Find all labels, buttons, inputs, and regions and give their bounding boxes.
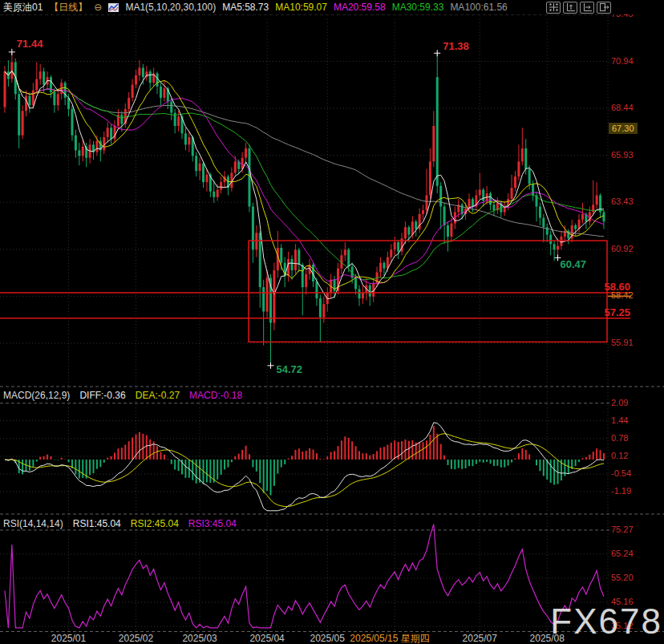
drawn-line-price-label: 58.60 bbox=[561, 281, 630, 293]
macd-axis-tick: 2.09 bbox=[611, 398, 628, 407]
ma30-readout: MA30:59.33 bbox=[392, 2, 444, 13]
rsi3-readout: RSI3:45.04 bbox=[188, 518, 237, 529]
ma100-readout: MA100:61.56 bbox=[450, 2, 507, 13]
svg-text:71.38: 71.38 bbox=[443, 40, 469, 52]
ma10-readout: MA10:59.07 bbox=[275, 2, 327, 13]
move-icon[interactable] bbox=[546, 2, 561, 14]
price-axis-tick: 63.43 bbox=[611, 196, 634, 206]
svg-text:54.72: 54.72 bbox=[277, 363, 303, 375]
macd-axis-tick: -1.19 bbox=[611, 486, 631, 496]
price-axis-tick: 70.94 bbox=[611, 56, 634, 66]
date-axis-tick: 2025/04 bbox=[239, 633, 295, 644]
ma20-readout: MA20:59.58 bbox=[334, 2, 386, 13]
macd-macd-readout: MACD:-0.18 bbox=[189, 390, 242, 401]
rsi-axis-tick: 55.20 bbox=[611, 573, 634, 582]
price-axis-tick: 55.91 bbox=[611, 338, 634, 347]
ma-settings-label: MA1(5,10,20,30,100) bbox=[125, 2, 216, 13]
symbol-title: 美原油01 bbox=[3, 1, 43, 14]
date-axis-tick: 2025/03 bbox=[172, 633, 228, 644]
macd-axis-tick: -0.54 bbox=[611, 468, 631, 478]
crosshair-date-label: 2025/05/15 星期四 bbox=[348, 632, 431, 644]
macd-header: MACD(26,12,9) DIFF:-0.36 DEA:-0.27 MACD:… bbox=[3, 390, 242, 401]
chart-header: 美原油01 【日线】 ⊖ MA1(5,10,20,30,100) MA5:58.… bbox=[0, 0, 664, 14]
date-axis-tick: 2025/01 bbox=[41, 633, 97, 644]
svg-text:60.47: 60.47 bbox=[561, 258, 587, 270]
date-axis-tick: 2025/07 bbox=[451, 633, 508, 644]
svg-text:71.44: 71.44 bbox=[17, 38, 43, 50]
crosshair-price-label: 67.30 bbox=[609, 123, 638, 134]
price-axis-tick: 65.93 bbox=[611, 150, 634, 160]
period-selector[interactable]: 【日线】 bbox=[49, 1, 87, 14]
price-axis-tick: 60.92 bbox=[611, 244, 634, 253]
macd-axis-tick: 0.12 bbox=[611, 451, 628, 460]
rsi1-readout: RSI1:45.04 bbox=[73, 518, 121, 529]
rsi-params-label: RSI(14,14,14) bbox=[3, 518, 63, 529]
watermark: FX678 bbox=[550, 604, 662, 639]
rsi2-readout: RSI2:45.04 bbox=[131, 518, 179, 529]
chart-window: 71.4471.3860.4754.72 美原油01 【日线】 ⊖ MA1(5,… bbox=[0, 0, 664, 644]
chart-canvas[interactable]: 71.4471.3860.4754.72 bbox=[0, 0, 664, 644]
drawn-line-price-label: 57.25 bbox=[561, 306, 630, 318]
macd-diff-readout: DIFF:-0.36 bbox=[79, 390, 125, 401]
mini-chart-icon bbox=[108, 3, 119, 12]
rsi-axis-tick: 75.27 bbox=[611, 525, 634, 534]
circle-minus-icon[interactable]: ⊖ bbox=[94, 2, 102, 12]
scale-bottom-axis-icon[interactable] bbox=[580, 2, 594, 14]
ma5-readout: MA5:58.73 bbox=[222, 2, 269, 13]
chart-toolbar bbox=[546, 2, 664, 14]
pan-right-icon[interactable] bbox=[597, 2, 611, 14]
macd-axis-tick: 1.44 bbox=[611, 415, 628, 425]
price-axis-tick: 68.44 bbox=[611, 103, 634, 112]
macd-params-label: MACD(26,12,9) bbox=[3, 390, 70, 401]
date-axis-tick: 2025/05 bbox=[299, 633, 355, 644]
macd-dea-readout: DEA:-0.27 bbox=[136, 390, 180, 401]
macd-axis-tick: 0.78 bbox=[611, 433, 628, 443]
date-axis-tick: 2025/02 bbox=[108, 633, 164, 644]
rsi-axis-tick: 65.24 bbox=[611, 549, 634, 558]
scale-left-axis-icon[interactable] bbox=[563, 2, 577, 14]
rsi-header: RSI(14,14,14) RSI1:45.04 RSI2:45.04 RSI3… bbox=[3, 518, 237, 529]
